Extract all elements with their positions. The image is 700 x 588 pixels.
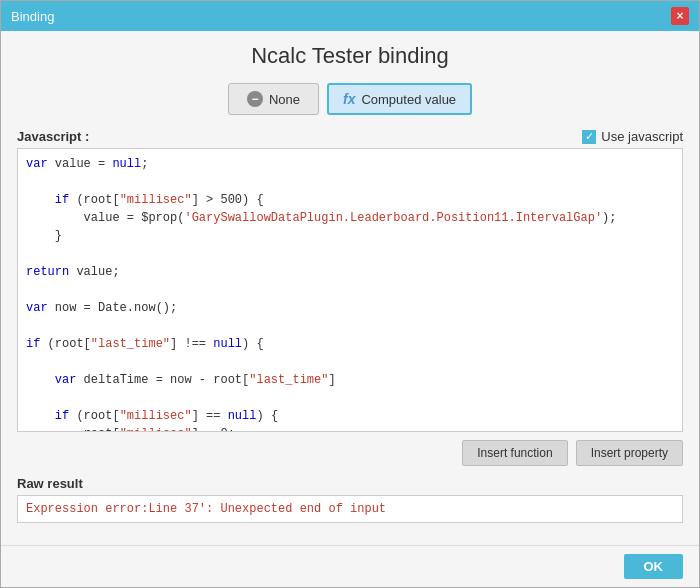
dialog-body: Ncalc Tester binding − None fx Computed … [1, 31, 699, 545]
insert-property-button[interactable]: Insert property [576, 440, 683, 466]
raw-result-value: Expression error:Line 37': Unexpected en… [17, 495, 683, 523]
insert-function-button[interactable]: Insert function [462, 440, 567, 466]
title-bar: Binding × [1, 1, 699, 31]
javascript-label: Javascript : [17, 129, 89, 144]
fx-icon: fx [343, 91, 355, 107]
raw-result-section: Raw result Expression error:Line 37': Un… [17, 476, 683, 523]
use-javascript-checkbox[interactable]: ✓ [582, 130, 596, 144]
none-label: None [269, 92, 300, 107]
dialog-footer: OK [1, 545, 699, 587]
ok-button[interactable]: OK [624, 554, 684, 579]
use-javascript-label[interactable]: ✓ Use javascript [582, 129, 683, 144]
computed-value-button[interactable]: fx Computed value [327, 83, 472, 115]
none-button[interactable]: − None [228, 83, 319, 115]
computed-value-label: Computed value [361, 92, 456, 107]
binding-buttons: − None fx Computed value [17, 83, 683, 115]
action-buttons: Insert function Insert property [17, 440, 683, 466]
raw-result-label: Raw result [17, 476, 683, 491]
close-button[interactable]: × [671, 7, 689, 25]
none-icon: − [247, 91, 263, 107]
use-javascript-text: Use javascript [601, 129, 683, 144]
code-editor[interactable]: var value = null; if (root["millisec"] >… [17, 148, 683, 432]
title-bar-text: Binding [11, 9, 54, 24]
javascript-header: Javascript : ✓ Use javascript [17, 129, 683, 144]
dialog-title: Ncalc Tester binding [17, 43, 683, 69]
binding-dialog: Binding × Ncalc Tester binding − None fx… [0, 0, 700, 588]
